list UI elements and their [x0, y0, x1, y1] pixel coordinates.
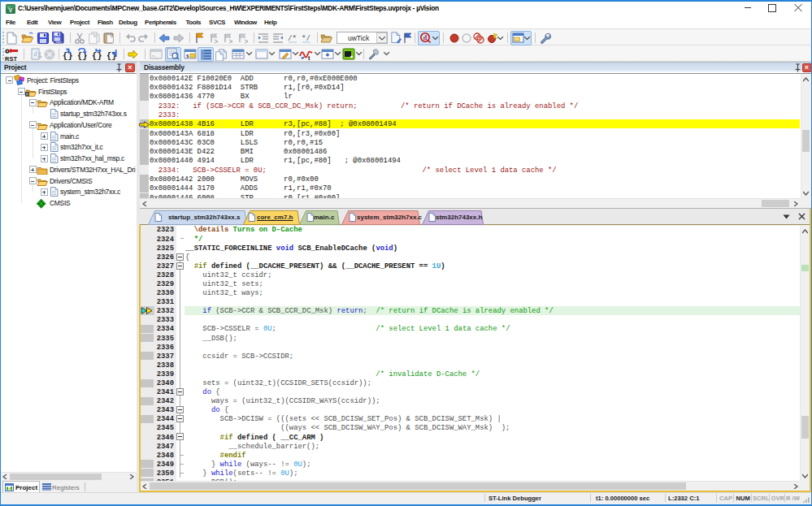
svg-text:RST: RST	[5, 54, 17, 62]
svg-text:u: u	[7, 5, 10, 9]
svg-text:{}: {}	[92, 50, 102, 60]
svg-text:s: s	[186, 53, 189, 58]
svg-text:d: d	[423, 34, 428, 41]
svg-text:>_: >_	[152, 53, 158, 58]
svg-text:t: t	[308, 55, 310, 61]
svg-text:{}: {}	[106, 50, 117, 60]
